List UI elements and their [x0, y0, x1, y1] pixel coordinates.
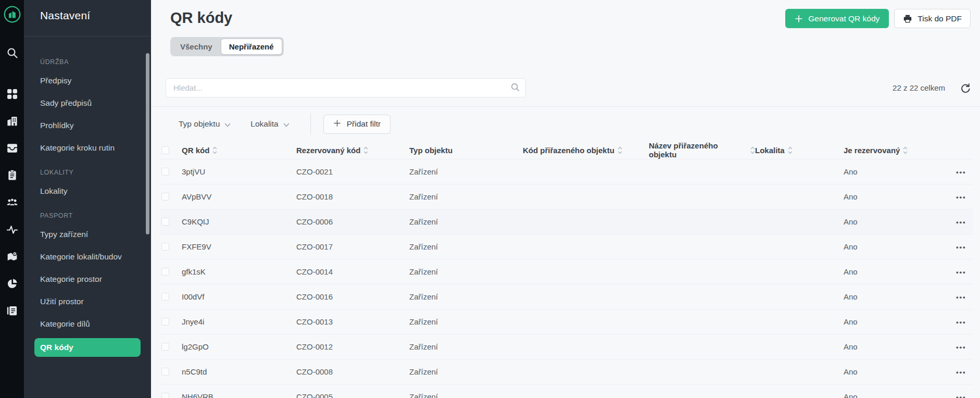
sidebar-item-predpisy[interactable]: Předpisy: [24, 72, 151, 89]
map-pin-icon[interactable]: [6, 251, 18, 263]
inbox-icon[interactable]: [6, 142, 18, 154]
table-row[interactable]: I00dVfCZO-0016ZařízeníAno•••: [160, 284, 973, 309]
sidebar-item-prohlidky[interactable]: Prohlídky: [24, 117, 151, 134]
activity-icon[interactable]: [6, 223, 18, 235]
row-checkbox[interactable]: [161, 343, 169, 351]
app-logo-icon[interactable]: [3, 5, 22, 24]
row-actions-button[interactable]: •••: [956, 318, 966, 326]
cell-qr_code: 3ptjVU: [182, 167, 296, 176]
search-input[interactable]: [166, 78, 526, 97]
select-all-cell: [160, 146, 182, 154]
table-row[interactable]: lg2GpOCZO-0012ZařízeníAno•••: [160, 334, 973, 359]
cell-reserved_code: CZO-0014: [296, 267, 409, 276]
row-actions-cell: •••: [956, 367, 973, 376]
row-actions-button[interactable]: •••: [956, 343, 966, 351]
row-checkbox[interactable]: [161, 318, 169, 326]
sort-icon[interactable]: [212, 146, 217, 154]
row-actions-button[interactable]: •••: [956, 168, 966, 176]
print-pdf-button[interactable]: Tisk do PDF: [894, 9, 971, 28]
sidebar-scrollbar[interactable]: [146, 53, 149, 234]
column-header-kod-prirazeneho-objektu[interactable]: Kód přiřazeného objektu: [523, 146, 649, 155]
cell-qr_code: n5C9td: [182, 367, 296, 376]
main-content: QR kódy Generovat QR kódy Tisk do PDF Vš…: [151, 0, 980, 398]
row-actions-button[interactable]: •••: [956, 293, 966, 301]
table-row[interactable]: gfk1sKCZO-0014ZařízeníAno•••: [160, 259, 973, 284]
sidebar-item-typy-zarizeni[interactable]: Typy zařízení: [24, 226, 151, 243]
search-icon[interactable]: [6, 47, 18, 59]
row-actions-button[interactable]: •••: [956, 368, 966, 376]
row-checkbox-cell: [160, 293, 182, 301]
cell-qr_code: gfk1sK: [182, 267, 296, 276]
cell-reserved_code: CZO-0012: [296, 342, 409, 351]
table-row[interactable]: Jnye4iCZO-0013ZařízeníAno•••: [160, 309, 973, 334]
sidebar-item-kategorie-prostor[interactable]: Kategorie prostor: [24, 271, 151, 288]
search-icon[interactable]: [510, 82, 520, 94]
generate-qr-button[interactable]: Generovat QR kódy: [785, 9, 889, 28]
clipboard-icon[interactable]: [6, 169, 18, 181]
row-actions-button[interactable]: •••: [956, 218, 966, 226]
row-actions-button[interactable]: •••: [956, 193, 966, 201]
sort-icon[interactable]: [750, 146, 755, 154]
table-row[interactable]: AVpBVVCZO-0018ZařízeníAno•••: [160, 184, 973, 209]
filter-dropdown-lokalita[interactable]: Lokalita: [250, 119, 289, 130]
buildings-icon[interactable]: [6, 115, 18, 127]
sidebar-item-sady-predpisu[interactable]: Sady předpisů: [24, 95, 151, 111]
row-actions-button[interactable]: •••: [956, 243, 966, 251]
sort-icon[interactable]: [618, 146, 622, 154]
pie-chart-icon[interactable]: [6, 278, 18, 290]
cell-object_type: Zařízení: [409, 167, 523, 176]
cell-qr_code: AVpBVV: [182, 192, 296, 201]
table-row[interactable]: C9KQIJCZO-0006ZařízeníAno•••: [160, 209, 973, 234]
add-filter-button[interactable]: Přidat filtr: [323, 115, 391, 134]
cell-qr_code: C9KQIJ: [182, 217, 296, 226]
column-header-label: Název přiřazeného objektu: [649, 141, 747, 159]
table-row[interactable]: FXFE9VCZO-0017ZařízeníAno•••: [160, 234, 973, 259]
refresh-icon[interactable]: [960, 82, 971, 93]
row-checkbox[interactable]: [161, 368, 169, 376]
cell-object_type: Zařízení: [409, 392, 523, 398]
tab-neprirazene[interactable]: Nepřiřazené: [221, 39, 282, 55]
qr-codes-table: QR kódRezervovaný kódTyp objektuKód přiř…: [160, 141, 973, 398]
column-header-nazev-prirazeneho-objektu[interactable]: Název přiřazeného objektu: [649, 141, 755, 159]
chevron-down-icon: [224, 120, 231, 130]
generate-qr-label: Generovat QR kódy: [808, 14, 880, 23]
sidebar-section-lokality: LOKALITY: [24, 169, 151, 176]
column-header-lokalita[interactable]: Lokalita: [755, 146, 844, 155]
column-header-qr-kod[interactable]: QR kód: [182, 146, 296, 155]
row-checkbox[interactable]: [161, 293, 169, 301]
sidebar-item-qr-kody[interactable]: QR kódy: [34, 338, 141, 357]
column-header-rezervovany-kod[interactable]: Rezervovaný kód: [296, 146, 409, 155]
filter-dropdown-typ-objektu[interactable]: Typ objektu: [179, 119, 231, 130]
sidebar-item-uziti-prostor[interactable]: Užití prostor: [24, 293, 151, 310]
row-checkbox[interactable]: [161, 243, 169, 251]
row-checkbox[interactable]: [161, 393, 169, 398]
cell-reserved_code: CZO-0006: [296, 217, 409, 226]
row-checkbox[interactable]: [161, 193, 169, 201]
row-actions-button[interactable]: •••: [956, 393, 966, 398]
sidebar-item-kategorie-lokalit-budov[interactable]: Kategorie lokalit/budov: [24, 248, 151, 265]
users-icon[interactable]: [6, 196, 18, 208]
grid-icon[interactable]: [6, 88, 18, 100]
row-actions-button[interactable]: •••: [956, 268, 966, 276]
sidebar-item-kategorie-dilu[interactable]: Kategorie dílů: [24, 316, 151, 332]
tab-vsechny[interactable]: Všechny: [172, 39, 221, 55]
row-checkbox-cell: [160, 243, 182, 251]
record-count: 22 z 22 celkem: [893, 83, 945, 92]
column-header-typ-objektu[interactable]: Typ objektu: [409, 146, 523, 155]
cell-is_reserved: Ano: [844, 267, 956, 276]
sidebar-item-kategorie-kroku-rutin[interactable]: Kategorie kroku rutin: [24, 140, 151, 156]
sort-icon[interactable]: [363, 146, 368, 154]
cell-object_type: Zařízení: [409, 267, 523, 276]
row-checkbox[interactable]: [161, 268, 169, 276]
table-row[interactable]: n5C9tdCZO-0008ZařízeníAno•••: [160, 359, 973, 384]
column-header-je-rezervovany[interactable]: Je rezervovaný: [844, 146, 956, 155]
row-checkbox[interactable]: [161, 168, 169, 176]
documents-icon[interactable]: [6, 305, 18, 317]
sort-icon[interactable]: [903, 146, 908, 154]
table-row[interactable]: 3ptjVUCZO-0021ZařízeníAno•••: [160, 159, 973, 184]
select-all-checkbox[interactable]: [161, 146, 169, 154]
table-row[interactable]: NH6VRBCZO-0005ZařízeníAno•••: [160, 384, 973, 398]
sort-icon[interactable]: [788, 146, 793, 154]
sidebar-item-lokality[interactable]: Lokality: [24, 183, 151, 200]
row-checkbox[interactable]: [161, 218, 169, 226]
